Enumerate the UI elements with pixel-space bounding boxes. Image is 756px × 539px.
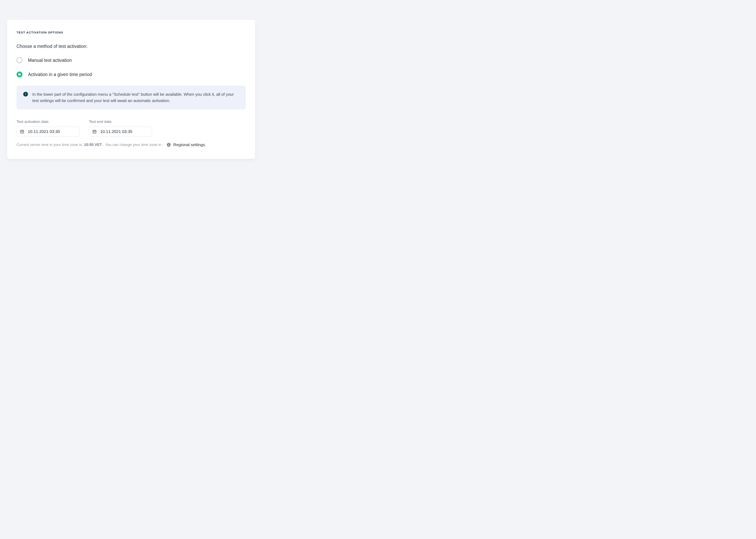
server-time-value: 10:55 VET xyxy=(84,143,102,147)
end-date-value: 10.11.2021 03:35 xyxy=(100,129,132,134)
activation-date-field: Test activation date 10.11.2021 03:30 xyxy=(17,119,80,136)
globe-icon xyxy=(167,143,171,147)
radio-label-scheduled: Activation in a given time period xyxy=(28,72,92,77)
info-text: In the lower part of the configuration m… xyxy=(32,91,239,104)
radio-label-manual: Manual test activation xyxy=(28,58,72,63)
footer-prefix: Current server time in your time zone is… xyxy=(17,143,83,147)
footer-suffix: . You can change your time zone in : xyxy=(103,143,164,147)
radio-option-scheduled[interactable]: Activation in a given time period xyxy=(17,71,246,77)
activation-date-value: 10.11.2021 03:30 xyxy=(28,129,60,134)
activation-options-card: TEST ACTIVATION OPTIONS Choose a method … xyxy=(7,20,255,159)
end-date-input[interactable]: 10.11.2021 03:35 xyxy=(89,127,152,136)
radio-option-manual[interactable]: Manual test activation xyxy=(17,57,246,63)
radio-icon-selected xyxy=(17,71,23,77)
activation-date-input[interactable]: 10.11.2021 03:30 xyxy=(17,127,80,136)
regional-settings-label: Regional settings. xyxy=(173,142,206,147)
svg-rect-0 xyxy=(21,130,24,133)
info-box: i In the lower part of the configuration… xyxy=(17,86,246,109)
activation-date-label: Test activation date xyxy=(17,119,80,124)
section-title: TEST ACTIVATION OPTIONS xyxy=(17,31,246,34)
calendar-icon xyxy=(92,129,97,134)
activation-prompt: Choose a method of test activation: xyxy=(17,44,246,49)
end-date-label: Test end date xyxy=(89,119,152,124)
svg-rect-7 xyxy=(93,130,96,133)
info-icon: i xyxy=(23,92,28,97)
date-fields-row: Test activation date 10.11.2021 03:30 xyxy=(17,119,246,136)
calendar-icon xyxy=(20,129,24,134)
end-date-field: Test end date 10.11.2021 03:35 xyxy=(89,119,152,136)
radio-icon xyxy=(17,57,23,63)
server-time-footer: Current server time in your time zone is… xyxy=(17,142,246,147)
regional-settings-link[interactable]: Regional settings. xyxy=(167,142,206,147)
radio-inner-dot xyxy=(18,73,21,76)
